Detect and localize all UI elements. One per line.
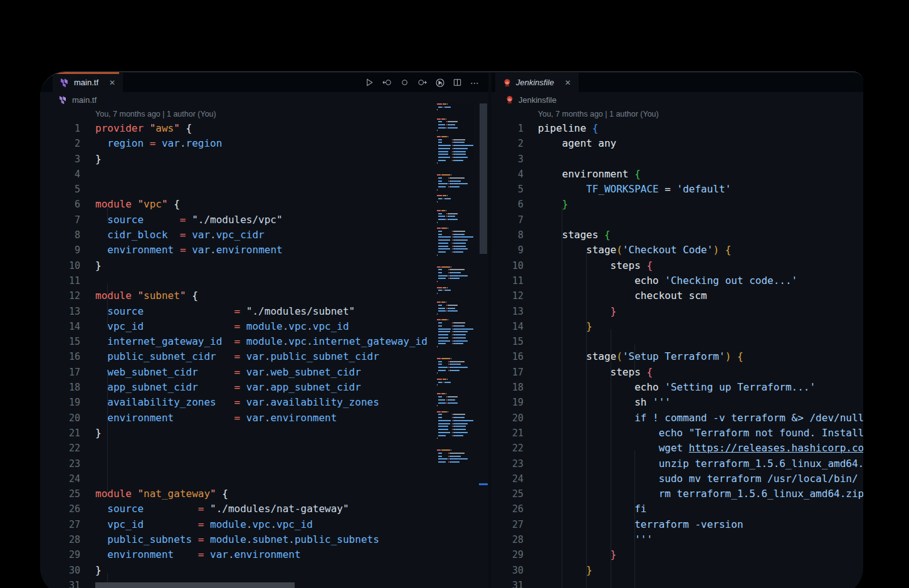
code-line[interactable]: 8 cidr_block = var.vpc_cidr xyxy=(40,228,488,243)
vertical-scrollbar[interactable] xyxy=(479,103,488,588)
code-line[interactable]: 16 public_subnet_cidr = var.public_subne… xyxy=(40,349,488,364)
breadcrumb-item[interactable]: Jenkinsfile xyxy=(518,95,557,105)
tab-main-tf[interactable]: main.tf ✕ xyxy=(53,73,123,92)
line-number: 30 xyxy=(40,563,80,578)
code-line[interactable]: 6 } xyxy=(491,197,863,212)
editor-group-left: main.tf ✕ xyxy=(40,72,488,588)
code-line[interactable]: 5 TF_WORKSPACE = 'default' xyxy=(491,182,863,197)
code-line[interactable]: 15 xyxy=(491,334,863,349)
code-line[interactable]: 19 sh ''' xyxy=(491,395,863,410)
line-number: 28 xyxy=(491,532,523,547)
code-line[interactable]: 12 checkout scm xyxy=(491,288,863,303)
terraform-icon xyxy=(60,78,70,87)
code-line[interactable]: 26 source = "./modules/nat-gateway" xyxy=(40,501,488,517)
line-number: 31 xyxy=(491,578,523,588)
line-number: 23 xyxy=(491,456,523,471)
code-line[interactable]: 2 agent any xyxy=(491,136,863,151)
line-number: 5 xyxy=(491,182,523,197)
tab-jenkinsfile[interactable]: Jenkinsfile ✕ xyxy=(495,73,579,92)
editor-main-tf[interactable]: main.tf You, 7 months ago | 1 author (Yo… xyxy=(40,92,488,588)
code-line[interactable]: 27 vpc_id = module.vpc.vpc_id xyxy=(40,517,488,532)
code-line[interactable]: 4 xyxy=(40,167,488,182)
breadcrumb[interactable]: Jenkinsfile xyxy=(491,92,863,107)
scrollbar-thumb[interactable] xyxy=(480,103,487,254)
indent-guide xyxy=(107,283,108,329)
line-number: 26 xyxy=(491,501,523,517)
code-line[interactable]: 3} xyxy=(40,152,488,167)
line-number: 10 xyxy=(491,258,523,273)
code-line[interactable]: 15 internet_gateway_id = module.vpc.inte… xyxy=(40,334,488,349)
split-editor-icon[interactable] xyxy=(451,76,463,88)
line-number: 17 xyxy=(491,365,523,380)
line-number: 12 xyxy=(491,288,523,303)
code-line[interactable]: 25 rm terraform_1.5.6_linux_amd64.zip xyxy=(491,486,863,501)
horizontal-scrollbar[interactable] xyxy=(95,582,295,588)
code-line[interactable]: 31 xyxy=(491,578,863,588)
close-icon[interactable]: ✕ xyxy=(565,78,571,87)
code-line[interactable]: 3 xyxy=(491,152,863,167)
run-icon[interactable] xyxy=(364,76,376,88)
code-line[interactable]: 24 sudo mv terraform /usr/local/bin/ xyxy=(491,471,863,486)
indent-guide xyxy=(107,207,108,222)
code-line[interactable]: 1provider "aws" { xyxy=(40,121,488,136)
code-line[interactable]: 18 echo 'Setting up Terraform...' xyxy=(491,380,863,395)
line-number: 11 xyxy=(491,273,523,288)
code-line[interactable]: 27 terraform -version xyxy=(491,517,863,532)
previous-change-icon[interactable] xyxy=(381,76,393,88)
line-number: 1 xyxy=(40,121,80,136)
code-line[interactable]: 1pipeline { xyxy=(491,121,863,136)
code-line[interactable]: 26 fi xyxy=(491,501,863,517)
breadcrumb[interactable]: main.tf xyxy=(40,92,488,107)
code-line[interactable]: 29 environment = var.environment xyxy=(40,547,488,562)
code-line[interactable]: 10} xyxy=(40,258,488,273)
code-line[interactable]: 4 environment { xyxy=(491,167,863,182)
code-line[interactable]: 8 stages { xyxy=(491,228,863,243)
code-line[interactable]: 16 stage('Setup Terraform') { xyxy=(491,349,863,364)
indent-guide xyxy=(586,253,587,588)
line-number: 19 xyxy=(491,395,523,410)
code-line[interactable]: 23 unzip terraform_1.5.6_linux_amd64.zip xyxy=(491,456,863,471)
code-line[interactable]: 29 } xyxy=(491,547,863,562)
code-line[interactable]: 13 } xyxy=(491,304,863,319)
line-number: 14 xyxy=(40,319,80,334)
editor-actions: ⋯ xyxy=(364,73,481,92)
close-icon[interactable]: ✕ xyxy=(109,78,115,87)
code-line[interactable]: 28 public_subnets = module.subnet.public… xyxy=(40,532,488,547)
minimap[interactable] xyxy=(437,103,477,466)
breadcrumb-item[interactable]: main.tf xyxy=(72,95,97,105)
indent-guide xyxy=(634,451,635,588)
jenkins-icon xyxy=(503,78,512,87)
code-line[interactable]: 9 stage('Checkout Code') { xyxy=(491,243,863,258)
line-number: 20 xyxy=(491,411,523,426)
line-number: 28 xyxy=(40,532,80,547)
git-blame-annotation[interactable]: You, 7 months ago | 1 author (You) xyxy=(40,107,488,121)
next-change-icon[interactable] xyxy=(416,76,428,88)
line-number: 9 xyxy=(40,243,80,258)
terraform-icon xyxy=(59,95,68,104)
changes-icon[interactable] xyxy=(399,76,411,88)
line-number: 12 xyxy=(40,288,80,303)
line-number: 17 xyxy=(40,365,80,380)
more-actions-icon[interactable]: ⋯ xyxy=(469,76,481,88)
run-or-debug-icon[interactable] xyxy=(434,76,446,88)
code-line[interactable]: 17 steps { xyxy=(491,365,863,380)
git-blame-annotation[interactable]: You, 7 months ago | 1 author (You) xyxy=(491,107,863,121)
code-line[interactable]: 10 steps { xyxy=(491,258,863,273)
code-line[interactable]: 2 region = var.region xyxy=(40,136,488,151)
code-line[interactable]: 7 xyxy=(491,213,863,228)
line-number: 1 xyxy=(491,121,523,136)
code-line[interactable]: 21 echo "Terraform not found. Installing… xyxy=(491,426,863,441)
code-line[interactable]: 11 echo 'Checking out code...' xyxy=(491,273,863,288)
code-line[interactable]: 5 xyxy=(40,182,488,197)
line-number: 21 xyxy=(40,426,80,441)
editor-jenkinsfile[interactable]: Jenkinsfile You, 7 months ago | 1 author… xyxy=(491,92,863,588)
code-area-main-tf[interactable]: 1provider "aws" {2 region = var.region3}… xyxy=(40,121,488,588)
code-line[interactable]: 9 environment = var.environment xyxy=(40,243,488,258)
code-line[interactable]: 22 wget https://releases.hashicorp.com/t… xyxy=(491,441,863,456)
code-line[interactable]: 30 } xyxy=(491,563,863,578)
code-line[interactable]: 14 } xyxy=(491,319,863,334)
code-line[interactable]: 20 if ! command -v terraform &> /dev/nul… xyxy=(491,411,863,426)
code-area-jenkinsfile[interactable]: 1pipeline {2 agent any34 environment {5 … xyxy=(491,121,863,588)
code-line[interactable]: 28 ''' xyxy=(491,532,863,547)
line-number: 15 xyxy=(491,334,523,349)
